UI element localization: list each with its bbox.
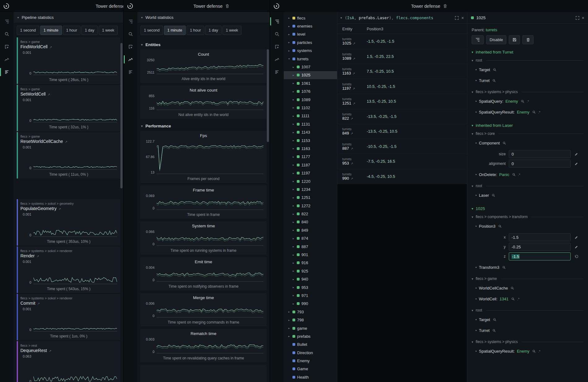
tree-item-1111[interactable]: ▸1111 <box>284 112 337 120</box>
tree-item-health[interactable]: Health <box>284 373 337 381</box>
chevron-collapsed-icon[interactable]: ▸ <box>288 319 291 322</box>
tree-item-925[interactable]: ▸925 <box>284 267 337 275</box>
tree-item-874[interactable]: ▸874 <box>284 234 337 243</box>
component-turret[interactable]: •Turret <box>472 75 584 86</box>
chevron-collapsed-icon[interactable]: ▸ <box>288 49 291 52</box>
tree-item-1187[interactable]: ▸1187 <box>284 161 337 169</box>
time-range-1-day[interactable]: 1 day <box>81 26 98 35</box>
tree-item-1251[interactable]: ▸1251 <box>284 194 337 202</box>
external-link-icon[interactable]: ↗ <box>352 72 355 75</box>
time-range-1-second[interactable]: 1 second <box>17 26 39 35</box>
component-value[interactable]: Enemy <box>517 349 529 354</box>
search-icon[interactable] <box>493 318 496 321</box>
tree-icon[interactable] <box>128 18 134 24</box>
external-link-icon[interactable]: ↗ <box>47 93 50 96</box>
stats-icon[interactable] <box>274 69 280 75</box>
query-expression[interactable]: (IsA, prefabs.Laser), flecs.components <box>345 15 452 20</box>
chevron-collapsed-icon[interactable]: ▸ <box>292 245 295 248</box>
chevron-collapsed-icon[interactable]: ▸ <box>288 327 291 330</box>
tree-item-systems[interactable]: ▸systems <box>284 47 337 55</box>
tree-item-1076[interactable]: ▸1076 <box>284 88 337 96</box>
time-range-1-minute[interactable]: 1 minute <box>164 26 186 35</box>
tree-item-game[interactable]: ▸game <box>284 324 337 332</box>
tree-item-798[interactable]: ▸798 <box>284 316 337 324</box>
tree-item-849[interactable]: ▸849 <box>284 226 337 234</box>
query-result-row-990[interactable]: turrets990↗-4.5, -0.25, 10.5 <box>337 169 467 184</box>
trash-icon[interactable] <box>225 4 229 8</box>
search-icon[interactable] <box>521 100 524 103</box>
tree-item-1025[interactable]: ▸1025 <box>284 71 337 79</box>
external-link-icon[interactable]: ↗ <box>37 255 39 258</box>
chevron-collapsed-icon[interactable]: ▸ <box>292 286 295 289</box>
search-icon[interactable] <box>532 110 536 114</box>
tree-item-916[interactable]: ▸916 <box>284 259 337 267</box>
external-link-icon[interactable]: ↗ <box>351 132 353 135</box>
edit-pencil-icon[interactable] <box>574 236 579 239</box>
search-icon[interactable] <box>511 297 515 301</box>
section-header-entities[interactable]: ▾Entities <box>141 42 266 47</box>
chevron-collapsed-icon[interactable]: ▸ <box>292 66 295 69</box>
tree-item-1234[interactable]: ▸1234 <box>284 185 337 193</box>
section-header-1025[interactable]: ▾1025 <box>472 206 584 211</box>
search-icon[interactable] <box>512 173 516 176</box>
chevron-collapsed-icon[interactable]: ▸ <box>288 41 291 44</box>
chevron-collapsed-icon[interactable]: ▸ <box>292 302 295 305</box>
tree-item-953[interactable]: ▸953 <box>284 283 337 291</box>
chevron-collapsed-icon[interactable]: ▸ <box>292 261 295 264</box>
panel-header[interactable]: ▾ World statistics <box>137 12 270 23</box>
tree-item-1177[interactable]: ▸1177 <box>284 153 337 161</box>
tree-item-940[interactable]: ▸940 <box>284 275 337 283</box>
component-worldcell[interactable]: •WorldCell:1341.* <box>472 294 584 304</box>
external-link-icon[interactable]: ↗ <box>353 102 355 105</box>
query-result-row-1197[interactable]: turrets1197↗10.5, -0.25, -1.5 <box>337 79 467 94</box>
stats-icon[interactable] <box>128 69 134 75</box>
component-spatialqueryresult[interactable]: •SpatialQueryResult:Enemy.* <box>472 107 584 118</box>
chevron-collapsed-icon[interactable]: ▸ <box>292 172 295 175</box>
query-result-row-953[interactable]: turrets953↗-7.5, -0.25, 16.5 <box>337 154 467 169</box>
undo-icon[interactable] <box>574 255 579 258</box>
chevron-collapsed-icon[interactable]: ▸ <box>288 33 291 36</box>
disable-button[interactable]: Disable <box>486 35 506 44</box>
tree-item-1089[interactable]: ▸1089 <box>284 96 337 104</box>
query-result-row-1089[interactable]: turrets1089↗1.5, -0.25, 22.5 <box>337 49 467 64</box>
tree-item-822[interactable]: ▸822 <box>284 210 337 218</box>
inspect-icon[interactable] <box>274 44 280 50</box>
expand-icon[interactable] <box>455 16 459 20</box>
chevron-collapsed-icon[interactable]: ▸ <box>288 335 291 338</box>
component-spatialqueryresult[interactable]: •SpatialQueryResult:Enemy.* <box>472 346 584 357</box>
component-position3[interactable]: •Position3 <box>472 221 584 232</box>
search-icon[interactable] <box>128 31 134 37</box>
expand-icon[interactable] <box>576 16 579 20</box>
tree-view-button[interactable] <box>472 35 484 44</box>
panel-header[interactable]: ▾ Pipeline statistics <box>14 12 123 23</box>
tree-item-1131[interactable]: ▸1131 <box>284 120 337 128</box>
trash-icon[interactable] <box>443 4 447 8</box>
component-worldcellcache[interactable]: •WorldCellCache <box>472 283 584 294</box>
component-value[interactable]: Enemy <box>517 110 529 114</box>
tree-item-1143[interactable]: ▸1143 <box>284 128 337 136</box>
component-group-flecs-systems-physics[interactable]: ▾flecs > systems > physics <box>472 90 584 94</box>
external-link-icon[interactable]: ↗ <box>351 147 353 150</box>
search-icon[interactable] <box>492 79 496 82</box>
component-target[interactable]: •Target <box>472 64 584 75</box>
time-range-1-day[interactable]: 1 day <box>205 26 222 35</box>
component-target[interactable]: •Target <box>472 314 584 325</box>
component-spatialquery[interactable]: •SpatialQuery:Enemy.* <box>472 96 584 107</box>
field-input-size[interactable]: 0 <box>509 150 571 158</box>
chevron-collapsed-icon[interactable]: ▸ <box>292 114 295 118</box>
component-laser[interactable]: •Laser <box>472 190 584 201</box>
chevron-collapsed-icon[interactable]: ▸ <box>292 122 295 126</box>
tree-item-enemies[interactable]: ▸enemies <box>284 22 337 30</box>
tree-item-1102[interactable]: ▸1102 <box>284 104 337 112</box>
chevron-collapsed-icon[interactable]: ▸ <box>292 180 295 183</box>
time-range-1-hour[interactable]: 1 hour <box>187 26 204 35</box>
chevron-collapsed-icon[interactable]: ▸ <box>292 155 295 158</box>
field-input-z[interactable]: -1.5 <box>509 252 571 260</box>
search-icon[interactable] <box>498 225 502 228</box>
tree-item-1007[interactable]: ▸1007 <box>284 63 337 71</box>
close-icon[interactable]: × <box>461 15 464 20</box>
component-value[interactable]: 1341 <box>499 297 508 301</box>
chevron-collapsed-icon[interactable]: ▸ <box>292 237 295 240</box>
external-link-icon[interactable]: ↗ <box>352 87 355 90</box>
tree-icon[interactable] <box>4 18 10 24</box>
